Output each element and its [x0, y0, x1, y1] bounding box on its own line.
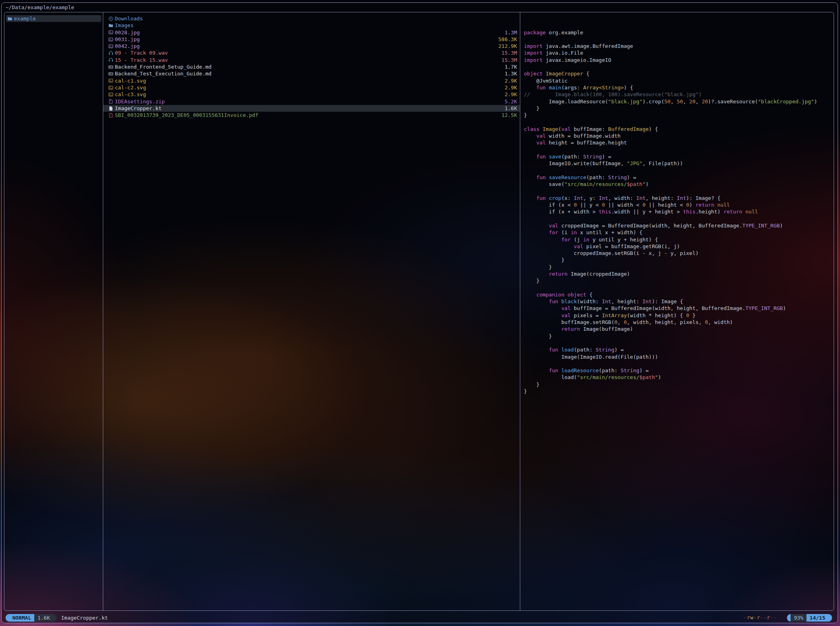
code-line: } — [524, 257, 834, 263]
code-line: if (x < 0 || y < 0 || width < 0 || heigh… — [524, 201, 834, 208]
code-line: } — [524, 333, 834, 340]
code-line: fun black(width: Int, height: Int): Imag… — [524, 298, 834, 305]
file-name: 0028.jpg — [115, 29, 502, 36]
file-name: 0031.jpg — [115, 36, 495, 43]
code-line: val pixel = buffImage.getRGB(i, j) — [524, 243, 834, 250]
pill-left-cap — [6, 614, 9, 622]
file-name: cal-c3.svg — [115, 91, 502, 98]
parent-pane: example — [4, 12, 103, 610]
file-row[interactable]: Downloads — [103, 15, 520, 22]
file-row[interactable]: 0028.jpg 1.3M — [103, 29, 520, 36]
file-list: Downloads Images 0028.jpg 1.3M 0031.jpg … — [103, 15, 520, 118]
file-size: 1.3K — [505, 70, 517, 77]
status-left: NORMAL 1.6K ImageCropper.kt — [6, 614, 108, 622]
file-name: 15 - Track 15.wav — [115, 57, 498, 63]
file-list-pane: Downloads Images 0028.jpg 1.3M 0031.jpg … — [103, 12, 520, 610]
file-name: IDEAsettings.zip — [115, 98, 502, 105]
code-line: fun saveResource(path: String) = — [524, 174, 834, 181]
file-size: 1.3M — [505, 29, 517, 36]
code-line: import java.awt.image.BufferedImage — [524, 43, 834, 49]
code-line: } — [524, 112, 834, 118]
code-line: val pixels = IntArray(width * height) { … — [524, 312, 834, 319]
code-line — [524, 36, 834, 43]
file-name: cal-c1.svg — [115, 77, 502, 84]
folder-icon — [108, 23, 113, 28]
code-line: val width = buffImage.width — [524, 132, 834, 139]
code-line: } — [524, 277, 834, 284]
code-line: ImageIO.write(buffImage, "JPG", File(pat… — [524, 160, 834, 167]
file-row[interactable]: Backend_Test_Execution_Guide.md 1.3K — [103, 70, 520, 77]
code-line: class Image(val buffImage: BufferedImage… — [524, 126, 834, 132]
file-name: 0042.jpg — [115, 43, 495, 49]
code-line: for (j in y until y + height) { — [524, 236, 834, 243]
code-line — [524, 63, 834, 70]
code-line: object ImageCropper { — [524, 70, 834, 77]
code-line: if (x + width > this.width || y + height… — [524, 208, 834, 215]
file-name: 09 - Track 09.wav — [115, 49, 498, 56]
breadcrumb-path: ~/Data/example/example — [6, 2, 74, 12]
downloads-icon — [108, 16, 113, 21]
code-line: for (i in x until x + width) { — [524, 229, 834, 236]
screen: ~/Data/example/example example Downloads… — [0, 0, 840, 626]
code-line — [524, 146, 834, 153]
code-line: buffImage.setRGB(0, 0, width, height, pi… — [524, 319, 834, 326]
file-size: 212.9K — [498, 43, 517, 49]
file-row[interactable]: cal-c1.svg 2.9K — [103, 77, 520, 84]
file-row[interactable]: 0042.jpg 212.9K — [103, 43, 520, 49]
pill-right-cap — [53, 614, 57, 622]
code-line: fun save(path: String) = — [524, 153, 834, 160]
code-line: } — [524, 381, 834, 388]
audio-icon — [108, 57, 113, 62]
file-row[interactable]: 09 - Track 09.wav 15.3M — [103, 49, 520, 56]
code-line: } — [524, 105, 834, 112]
code-line: fun main(args: Array<String>) { — [524, 84, 834, 91]
code-view: package org.example import java.awt.imag… — [524, 29, 834, 395]
file-name: SBI_0032013739_2023_DE05_0003155631Invoi… — [115, 112, 498, 118]
file-row[interactable]: 0031.jpg 586.3K — [103, 36, 520, 43]
code-line: package org.example — [524, 29, 834, 36]
file-row[interactable]: 15 - Track 15.wav 15.3M — [103, 57, 520, 63]
code-line: import java.io.File — [524, 49, 834, 56]
code-line: fun load(path: String) = — [524, 346, 834, 353]
code-line — [524, 188, 834, 194]
code-line: return Image(buffImage) — [524, 326, 834, 332]
file-size: 586.3K — [498, 36, 517, 43]
file-name: Backend_Frontend_Setup_Guide.md — [115, 63, 502, 70]
code-line — [524, 360, 834, 367]
preview-pane: package org.example import java.awt.imag… — [520, 12, 834, 610]
file-row[interactable]: ImageCropper.kt 1.6K — [103, 105, 520, 112]
image-icon — [108, 85, 113, 90]
file-row[interactable]: cal-c2.svg 2.9K — [103, 84, 520, 91]
file-name: cal-c2.svg — [115, 84, 502, 91]
file-row[interactable]: Images — [103, 22, 520, 29]
file-size: 15.3M — [502, 49, 517, 56]
image-icon — [108, 37, 113, 42]
file-position: 14/15 — [807, 614, 828, 622]
parent-item-example[interactable]: example — [6, 15, 101, 22]
code-line: val croppedImage = BufferedImage(width, … — [524, 222, 834, 229]
file-size-badge: 1.6K — [34, 614, 53, 622]
file-name: Backend_Test_Execution_Guide.md — [115, 70, 502, 77]
status-filename: ImageCropper.kt — [61, 614, 108, 622]
file-row[interactable]: Backend_Frontend_Setup_Guide.md 1.7K — [103, 63, 520, 70]
code-line: } — [524, 264, 834, 271]
file-name: Images — [115, 22, 514, 29]
code-line: val height = buffImage.height — [524, 139, 834, 146]
file-size: 5.2K — [505, 98, 517, 105]
code-line: // Image.black(100, 100).saveResource("b… — [524, 91, 834, 98]
status-right: -rw-r--r-- 93% 14/15 — [744, 614, 832, 622]
parent-item-label: example — [14, 15, 100, 22]
code-line: save("src/main/resources/$path") — [524, 181, 834, 188]
file-row[interactable]: IDEAsettings.zip 5.2K — [103, 98, 520, 105]
code-line: } — [524, 388, 834, 395]
code-line: load("src/main/resources/$path") — [524, 374, 834, 381]
code-line: @JvmStatic — [524, 77, 834, 84]
markdown-icon — [108, 65, 113, 69]
code-line — [524, 215, 834, 222]
code-line: croppedImage.setRGB(i - x, j - y, pixel) — [524, 250, 834, 257]
file-size: 1.6K — [505, 105, 517, 112]
code-line — [524, 340, 834, 346]
code-line — [524, 167, 834, 174]
file-row[interactable]: SBI_0032013739_2023_DE05_0003155631Invoi… — [103, 112, 520, 118]
file-row[interactable]: cal-c3.svg 2.9K — [103, 91, 520, 98]
